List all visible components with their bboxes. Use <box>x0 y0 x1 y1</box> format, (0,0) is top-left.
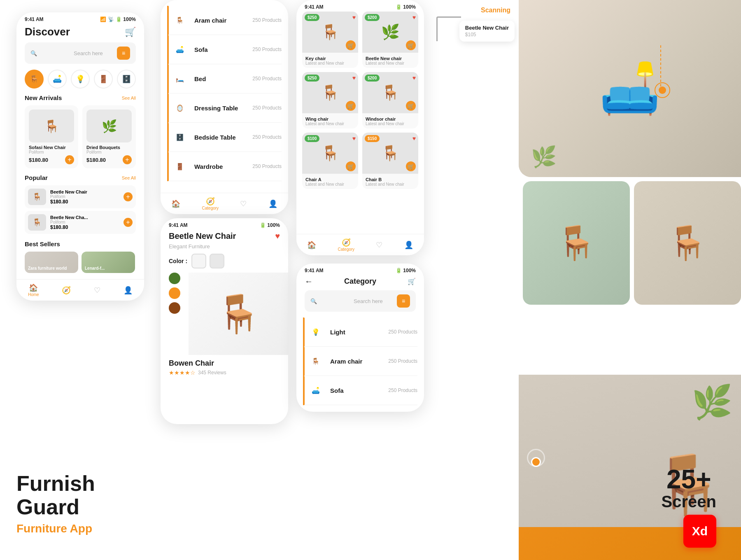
back-button[interactable]: ← <box>305 277 313 286</box>
filter-btn-5[interactable]: ≡ <box>397 294 410 308</box>
see-all-popular[interactable]: See All <box>122 175 136 180</box>
cart-add-5[interactable]: 🛒 <box>346 161 356 171</box>
product-card-4[interactable]: $200 ♥ 🪑 🛒 Windsor chair Latest and New … <box>362 72 418 128</box>
cart-add-4[interactable]: 🛒 <box>406 101 416 111</box>
arrival-card-1[interactable]: 🪑 Sofasi New Chair Poliform $180.80 + <box>25 105 78 168</box>
cat-item-wardrobe[interactable]: 🚪 Wardrobe 250 Products <box>167 152 282 181</box>
dot-orange[interactable] <box>169 287 180 299</box>
product-img-6: $150 ♥ 🪑 🛒 <box>362 133 418 174</box>
prod-desc-3: Latest and New chair <box>305 121 355 126</box>
swatch-2[interactable] <box>210 254 224 268</box>
nav-profile[interactable]: 👤 <box>124 286 133 295</box>
cart-icon-5[interactable]: 🛒 <box>408 278 416 285</box>
cat-icon-chair[interactable]: 🪑 <box>25 70 44 89</box>
sofa-image: 🛋️ 🌿 <box>519 0 741 177</box>
product-card-3[interactable]: $250 ♥ 🪑 🛒 Wing chair Latest and New cha… <box>302 72 358 128</box>
fav-5[interactable]: ♥ <box>352 135 356 142</box>
cat-icon-wardrobe[interactable]: 🚪 <box>94 70 113 89</box>
cat-item-aram[interactable]: 🪑 Aram chair 250 Products <box>167 6 282 35</box>
cat-icon-table[interactable]: 🗄️ <box>117 70 136 89</box>
nav-wishlist[interactable]: ♡ <box>94 286 100 295</box>
pop-info-2: Beetle New Cha... Poliform $180.80 <box>50 215 119 230</box>
product-card-5[interactable]: $100 ♥ 🪑 🛒 Chair A Latest and New chair <box>302 133 358 189</box>
product-grid: $250 ♥ 🪑 🛒 Key chair Latest and New chai… <box>296 12 424 195</box>
cat-count-bedside: 250 Products <box>252 134 282 140</box>
p5-cat-name-sofa: Sofa <box>330 387 382 394</box>
prod-name-1: Key chair <box>305 56 355 61</box>
accent-ring-1 <box>527 449 545 467</box>
phone5-search[interactable]: 🔍 Search here ≡ <box>305 290 416 312</box>
p5-cat-name-light: Light <box>330 329 382 336</box>
see-all-arrivals[interactable]: See All <box>122 96 136 100</box>
cart-add-1[interactable]: 🛒 <box>346 40 356 50</box>
nav4-category[interactable]: 🧭Category <box>338 238 355 252</box>
fav-3[interactable]: ♥ <box>352 75 356 81</box>
cat-item-bed[interactable]: 🛏️ Bed 250 Products <box>167 64 282 93</box>
detail-heart-icon[interactable]: ♥ <box>275 231 280 241</box>
bs-card-1[interactable]: Zara furniture world <box>25 252 78 273</box>
cart-add-6[interactable]: 🛒 <box>406 161 416 171</box>
fav-6[interactable]: ♥ <box>412 135 416 142</box>
popular-item-1[interactable]: 🪑 Beetle New Chair Poliform $180.80 + <box>25 185 136 208</box>
cat-icon-lamp[interactable]: 💡 <box>71 70 90 89</box>
pop-add-1[interactable]: + <box>124 192 133 201</box>
prod-desc-6: Latest and New chair <box>366 182 415 187</box>
bat-3: 🔋 100% <box>260 222 280 228</box>
cat-item-bedside[interactable]: 🗄️ Bedside Table 250 Products <box>167 123 282 152</box>
fav-1[interactable]: ♥ <box>352 14 356 21</box>
dot-green[interactable] <box>169 273 180 284</box>
cat-icon-sofa[interactable]: 🛋️ <box>48 70 67 89</box>
swatch-1[interactable] <box>191 254 206 268</box>
fav-4[interactable]: ♥ <box>412 75 416 81</box>
cart-add-3[interactable]: 🛒 <box>346 101 356 111</box>
arrival-img-1: 🪑 <box>29 110 74 142</box>
p5-cat-aram[interactable]: 🪑 Aram chair 250 Products <box>303 347 417 376</box>
nav-explore[interactable]: 🧭 <box>62 286 71 295</box>
arrival-card-2[interactable]: 🌿 Dried Bouquets Poliform $180.80 + <box>82 105 136 168</box>
pop-add-2[interactable]: + <box>124 218 133 227</box>
color-section: Color : <box>161 254 288 273</box>
filter-button[interactable]: ≡ <box>117 47 130 60</box>
p5-light-icon: 💡 <box>308 324 324 340</box>
nav4-cat-label: Category <box>338 247 355 252</box>
cat-item-sofa[interactable]: 🛋️ Sofa 250 Products <box>167 35 282 64</box>
product-info-2: Beetle New chair Latest and New chair <box>362 53 418 68</box>
p5-cat-light[interactable]: 💡 Light 250 Products <box>303 317 417 347</box>
nav4-wishlist[interactable]: ♡ <box>376 240 382 250</box>
product-card-2[interactable]: $200 ♥ 🌿 🛒 Beetle New chair Latest and N… <box>362 12 418 68</box>
fav-2[interactable]: ♥ <box>412 14 416 21</box>
cat-item-dressing[interactable]: 🪞 Dressing Table 250 Products <box>167 93 282 123</box>
product-card-1[interactable]: $250 ♥ 🪑 🛒 Key chair Latest and New chai… <box>302 12 358 68</box>
phone-product-detail: 9:41 AM 🔋 100% Beetle New Chair ♥ Elegan… <box>161 218 288 424</box>
dot-brown[interactable] <box>169 302 180 314</box>
nav2-home[interactable]: 🏠 <box>171 199 180 208</box>
nav2-wishlist[interactable]: ♡ <box>240 199 247 208</box>
nav2-category[interactable]: 🧭Category <box>202 197 219 210</box>
add-btn-2[interactable]: + <box>123 155 132 164</box>
price-badge-5: $100 <box>305 135 319 142</box>
bs-card-2[interactable]: Lenard-f... <box>82 252 135 273</box>
detail-body: 🪑 <box>161 273 288 355</box>
add-btn-1[interactable]: + <box>65 155 74 164</box>
bs-cards: Zara furniture world Lenard-f... <box>25 252 136 273</box>
cat-count-sofa: 250 Products <box>252 47 282 52</box>
cart-icon[interactable]: 🛒 <box>125 27 136 37</box>
sofa-emoji: 🛋️ <box>599 60 661 118</box>
bottom-nav-1: 🏠 Home 🧭 ♡ 👤 <box>16 279 144 301</box>
nav-home[interactable]: 🏠 Home <box>28 283 39 297</box>
cat-icon-aram: 🪑 <box>172 12 188 28</box>
nav4-home[interactable]: 🏠 <box>307 240 316 250</box>
orange-bar-3 <box>167 64 169 93</box>
color-swatches <box>191 254 224 268</box>
popular-item-2[interactable]: 🪑 Beetle New Cha... Poliform $180.80 + <box>25 211 136 234</box>
cart-add-2[interactable]: 🛒 <box>406 40 416 50</box>
product-card-6[interactable]: $150 ♥ 🪑 🛒 Chair B Latest and New chair <box>362 133 418 189</box>
cat-wrapper-3: 🛏️ Bed 250 Products <box>167 64 282 93</box>
signal-icon: 📶 <box>100 16 106 22</box>
home-search-bar[interactable]: 🔍 Search here ≡ <box>25 42 136 64</box>
wing-chair-emoji: 🪑 <box>556 224 597 262</box>
cat-wrapper-6: 🚪 Wardrobe 250 Products <box>167 152 282 181</box>
p5-cat-sofa[interactable]: 🛋️ Sofa 250 Products <box>303 376 417 405</box>
nav4-profile[interactable]: 👤 <box>404 240 413 250</box>
nav2-profile[interactable]: 👤 <box>268 199 277 208</box>
